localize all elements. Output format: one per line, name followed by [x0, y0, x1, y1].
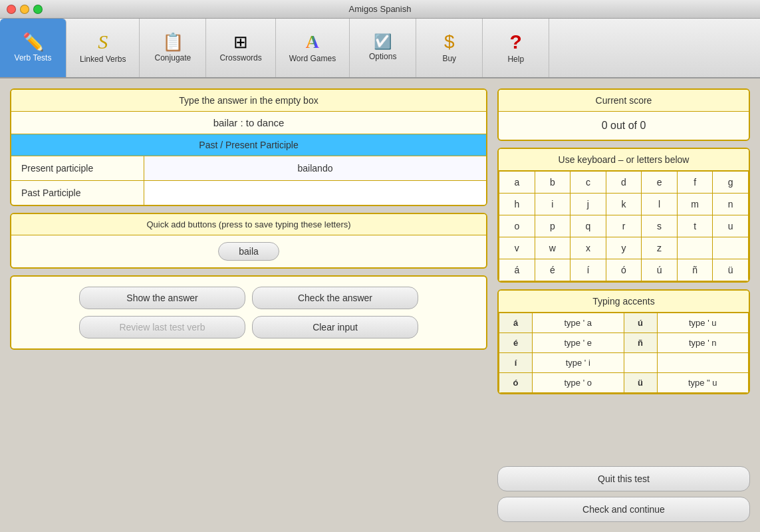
score-header: Current score	[499, 90, 749, 112]
word-games-label: Word Games	[289, 54, 336, 63]
key-e[interactable]: e	[642, 172, 678, 194]
toolbar-item-options[interactable]: ☑️ Options	[350, 19, 416, 77]
window-controls	[7, 5, 43, 14]
show-answer-button[interactable]: Show the answer	[79, 287, 245, 309]
minimize-button[interactable]	[20, 5, 29, 14]
key-u-acute[interactable]: ú	[642, 259, 678, 281]
accent-empty-char	[624, 353, 658, 373]
accent-u-instruction: type ' u	[658, 313, 749, 333]
key-r[interactable]: r	[606, 215, 642, 237]
accent-a-instruction: type ' a	[533, 313, 624, 333]
key-a-acute[interactable]: á	[499, 259, 535, 281]
crosswords-icon: ⊞	[233, 33, 248, 51]
buy-icon: $	[444, 33, 455, 51]
key-d[interactable]: d	[606, 172, 642, 194]
maximize-button[interactable]	[33, 5, 43, 14]
key-y[interactable]: y	[606, 237, 642, 259]
title-bar: Amigos Spanish	[0, 0, 760, 19]
present-participle-label: Present participle	[11, 156, 144, 180]
key-g[interactable]: g	[713, 172, 749, 194]
accent-a-acute: á	[499, 313, 533, 333]
review-last-button[interactable]: Review last test verb	[79, 316, 245, 338]
key-w[interactable]: w	[535, 237, 571, 259]
accent-e-instruction: type ' e	[533, 333, 624, 353]
key-n-tilde[interactable]: ñ	[678, 259, 713, 281]
help-label: Help	[507, 55, 524, 64]
main-content: Type the answer in the empty box bailar …	[0, 78, 760, 532]
key-i-acute[interactable]: í	[570, 259, 606, 281]
bottom-buttons: Quit this test Check and continue	[497, 466, 750, 522]
accent-i-instruction: type ' i	[533, 353, 624, 373]
key-u[interactable]: u	[713, 215, 749, 237]
toolbar-item-linked-verbs[interactable]: S Linked Verbs	[66, 19, 140, 77]
quick-btn-baila[interactable]: baila	[218, 242, 279, 261]
key-m[interactable]: m	[678, 194, 713, 215]
close-button[interactable]	[7, 5, 16, 14]
key-u-umlaut[interactable]: ü	[713, 259, 749, 281]
word-games-icon: A	[306, 33, 319, 51]
key-c[interactable]: c	[570, 172, 606, 194]
key-i[interactable]: i	[535, 194, 571, 215]
key-n[interactable]: n	[713, 194, 749, 215]
app-title: Amigos Spanish	[349, 4, 412, 14]
quit-test-button[interactable]: Quit this test	[497, 466, 750, 491]
check-continue-button[interactable]: Check and continue	[497, 497, 750, 522]
key-s[interactable]: s	[642, 215, 678, 237]
key-x[interactable]: x	[570, 237, 606, 259]
key-k[interactable]: k	[606, 194, 642, 215]
accent-n-tilde: ñ	[624, 333, 658, 353]
present-participle-row: Present participle bailando	[11, 156, 486, 181]
toolbar: ✏️ Verb Tests S Linked Verbs 📋 Conjugate…	[0, 19, 760, 78]
key-b[interactable]: b	[535, 172, 571, 194]
key-v[interactable]: v	[499, 237, 535, 259]
keyboard-grid: a b c d e f g h i j k l m n o p q r s	[499, 171, 749, 281]
clear-input-button[interactable]: Clear input	[252, 316, 418, 338]
key-f[interactable]: f	[678, 172, 713, 194]
score-box: Current score 0 out of 0	[497, 88, 750, 141]
participle-header: Past / Present Participle	[11, 134, 486, 156]
verb-tests-label: Verb Tests	[15, 53, 52, 63]
toolbar-item-buy[interactable]: $ Buy	[416, 19, 483, 77]
toolbar-item-word-games[interactable]: A Word Games	[276, 19, 350, 77]
score-value: 0 out of 0	[499, 112, 749, 140]
toolbar-item-verb-tests[interactable]: ✏️ Verb Tests	[0, 19, 66, 77]
key-empty-2	[713, 237, 749, 259]
accent-u-umlaut-instruction: type " u	[658, 373, 749, 393]
accents-grid: á type ' a ú type ' u é type ' e ñ type …	[499, 313, 749, 393]
key-j[interactable]: j	[570, 194, 606, 215]
quick-buttons-container: baila	[11, 242, 486, 261]
quick-add-header: Quick add buttons (press to save typing …	[11, 214, 486, 235]
exercise-box: Type the answer in the empty box bailar …	[10, 88, 487, 206]
check-answer-button[interactable]: Check the answer	[252, 287, 418, 309]
key-o-acute[interactable]: ó	[606, 259, 642, 281]
key-q[interactable]: q	[570, 215, 606, 237]
toolbar-item-conjugate[interactable]: 📋 Conjugate	[140, 19, 206, 77]
accents-box: Typing accents á type ' a ú type ' u é t…	[497, 289, 750, 394]
accent-e-acute: é	[499, 333, 533, 353]
accent-n-instruction: type ' n	[658, 333, 749, 353]
linked-verbs-label: Linked Verbs	[80, 55, 126, 64]
key-l[interactable]: l	[642, 194, 678, 215]
key-p[interactable]: p	[535, 215, 571, 237]
verb-text: bailar : to dance	[11, 112, 486, 134]
toolbar-item-help[interactable]: ? Help	[483, 19, 549, 77]
accent-o-instruction: type ' o	[533, 373, 624, 393]
present-participle-value: bailando	[144, 156, 486, 180]
key-e-acute[interactable]: é	[535, 259, 571, 281]
accents-header: Typing accents	[499, 291, 749, 313]
key-t[interactable]: t	[678, 215, 713, 237]
key-h[interactable]: h	[499, 194, 535, 215]
toolbar-item-crosswords[interactable]: ⊞ Crosswords	[206, 19, 275, 77]
left-panel: Type the answer in the empty box bailar …	[10, 88, 487, 522]
accent-u-umlaut: ü	[624, 373, 658, 393]
conjugate-icon: 📋	[162, 33, 184, 51]
quick-add-section: Quick add buttons (press to save typing …	[10, 213, 487, 269]
accent-u-acute: ú	[624, 313, 658, 333]
key-o[interactable]: o	[499, 215, 535, 237]
past-participle-input[interactable]	[144, 181, 486, 205]
buy-label: Buy	[442, 54, 456, 63]
options-icon: ☑️	[374, 35, 392, 49]
key-a[interactable]: a	[499, 172, 535, 194]
key-z[interactable]: z	[642, 237, 678, 259]
right-panel: Current score 0 out of 0 Use keyboard – …	[497, 88, 750, 522]
